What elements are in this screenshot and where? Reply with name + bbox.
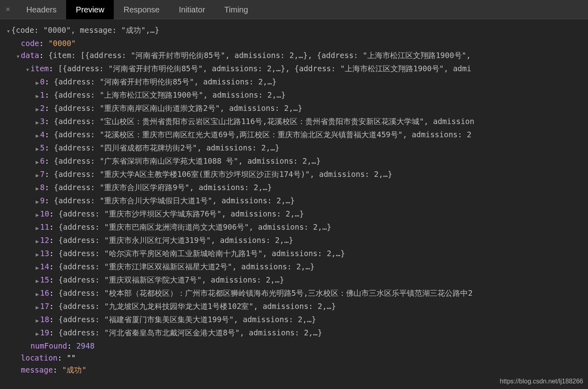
tab-headers[interactable]: Headers [17, 0, 66, 19]
tab-timing[interactable]: Timing [215, 0, 258, 19]
tree-array-item[interactable]: 9: {address: "重庆市合川大学城假日大道1号", admission… [6, 194, 588, 208]
chevron-right-icon[interactable] [34, 143, 40, 155]
tab-initiator[interactable]: Initiator [169, 0, 215, 19]
chevron-right-icon[interactable] [34, 315, 40, 327]
chevron-down-icon[interactable] [15, 50, 21, 62]
chevron-right-icon[interactable] [34, 262, 40, 274]
chevron-right-icon[interactable] [34, 275, 40, 287]
tree-node-item[interactable]: item: [{address: "河南省开封市明伦街85号", admissi… [6, 62, 588, 76]
tree-array-item[interactable]: 6: {address: "广东省深圳市南山区学苑大道1088 号", admi… [6, 155, 588, 168]
chevron-down-icon[interactable] [25, 64, 30, 76]
tree-array-item[interactable]: 16: {address: "校本部（花都校区）：广州市花都区狮岭镇海布光明路5… [6, 287, 588, 300]
tree-array-item[interactable]: 19: {address: "河北省秦皇岛市北戴河区金港大道8号", admis… [6, 327, 588, 340]
json-preview-tree: {code: "0000", message: "成功",…} code: "0… [0, 19, 588, 376]
tree-array-item[interactable]: 4: {address: "花溪校区：重庆市巴南区红光大道69号,两江校区：重庆… [6, 128, 588, 142]
tree-array-item[interactable]: 5: {address: "四川省成都市花牌坊街2号", admissions:… [6, 142, 588, 155]
tree-array-item[interactable]: 10: {address: "重庆市沙坪坝区大学城东路76号", admissi… [6, 208, 588, 221]
tree-array-item[interactable]: 15: {address: "重庆双福新区学院大道7号", admissions… [6, 274, 588, 287]
tree-array-item[interactable]: 18: {address: "福建省厦门市集美区集美大道199号", admis… [6, 313, 588, 327]
chevron-right-icon[interactable] [34, 77, 40, 89]
tree-array-item[interactable]: 14: {address: "重庆市江津区双福新区福星大道2号", admiss… [6, 261, 588, 274]
tree-array-item[interactable]: 11: {address: "重庆市巴南区龙洲湾街道尚文大道906号", adm… [6, 221, 588, 234]
tree-array-item[interactable]: 1: {address: "上海市松江区文翔路1900号", admission… [6, 89, 588, 102]
tree-node-code[interactable]: code: "0000" [6, 37, 588, 49]
tree-node-numfound[interactable]: numFound: 2948 [6, 340, 588, 352]
tree-array-item[interactable]: 2: {address: "重庆市南岸区南山街道崇文路2号", admissio… [6, 102, 588, 115]
tree-array-item[interactable]: 3: {address: "宝山校区：贵州省贵阳市云岩区宝山北路116号,花溪校… [6, 115, 588, 128]
tree-array-item[interactable]: 17: {address: "九龙坡区九龙科技园华龙大道1号楼102室", ad… [6, 300, 588, 313]
chevron-right-icon[interactable] [34, 116, 40, 128]
tree-array-item[interactable]: 12: {address: "重庆市永川区红河大道319号", admissio… [6, 234, 588, 247]
chevron-right-icon[interactable] [34, 103, 40, 115]
chevron-right-icon[interactable] [34, 156, 40, 168]
chevron-right-icon[interactable] [34, 90, 40, 102]
chevron-right-icon[interactable] [34, 182, 40, 194]
chevron-right-icon[interactable] [34, 235, 40, 247]
chevron-right-icon[interactable] [34, 130, 40, 142]
tab-response[interactable]: Response [114, 0, 169, 19]
tree-node-location[interactable]: location: "" [6, 352, 588, 364]
chevron-right-icon[interactable] [34, 328, 40, 340]
chevron-right-icon[interactable] [34, 209, 40, 221]
devtools-tab-bar: × Headers Preview Response Initiator Tim… [0, 0, 588, 19]
chevron-right-icon[interactable] [34, 301, 40, 313]
chevron-right-icon[interactable] [34, 222, 40, 234]
watermark-text: https://blog.csdn.net/lj188266 [500, 378, 583, 385]
chevron-down-icon[interactable] [6, 25, 11, 37]
chevron-right-icon[interactable] [34, 196, 40, 208]
tree-node-message[interactable]: message: "成功" [6, 364, 588, 376]
root-summary: {code: "0000", message: "成功",…} [11, 24, 159, 36]
tree-array-item[interactable]: 0: {address: "河南省开封市明伦街85号", admissions:… [6, 76, 588, 89]
chevron-right-icon[interactable] [34, 249, 40, 261]
close-icon[interactable]: × [6, 5, 10, 14]
tab-preview[interactable]: Preview [66, 0, 114, 19]
tree-root[interactable]: {code: "0000", message: "成功",…} [6, 24, 588, 37]
tree-array-item[interactable]: 7: {address: "重庆大学A区主教学楼106室(重庆市沙坪坝区沙正街1… [6, 168, 588, 181]
chevron-right-icon[interactable] [34, 169, 40, 181]
tree-node-data[interactable]: data: {item: [{address: "河南省开封市明伦街85号", … [6, 49, 588, 62]
chevron-right-icon[interactable] [34, 288, 40, 300]
tree-array-item[interactable]: 8: {address: "重庆市合川区学府路9号", admissions: … [6, 181, 588, 194]
tree-array-item[interactable]: 13: {address: "哈尔滨市平房区哈南工业新城哈南十九路1号", ad… [6, 247, 588, 261]
